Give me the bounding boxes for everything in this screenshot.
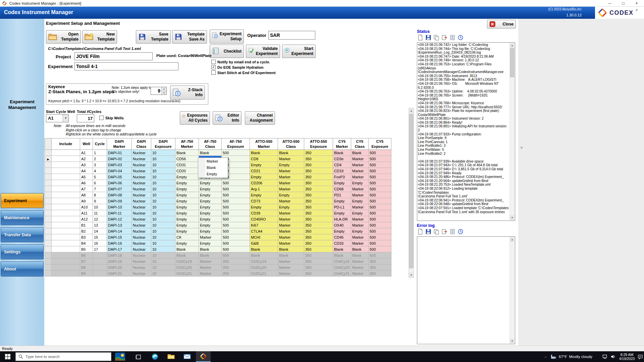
grid-cell[interactable] xyxy=(52,216,80,222)
grid-cell[interactable]: 350 xyxy=(304,180,333,186)
grid-cell[interactable]: Marker xyxy=(278,234,304,240)
grid-cell[interactable] xyxy=(52,252,80,258)
grid-cell[interactable]: 350 xyxy=(304,150,333,156)
grid-cell[interactable]: Marker xyxy=(199,264,222,270)
grid-cell[interactable]: A2 xyxy=(80,156,93,162)
grid-cell[interactable]: Marker xyxy=(351,258,369,264)
grid-cell[interactable] xyxy=(52,246,80,252)
grid-cell[interactable]: 500 xyxy=(222,234,250,240)
grid-cell[interactable]: Empty xyxy=(199,180,222,186)
grid-cell[interactable] xyxy=(52,240,80,246)
grid-cell[interactable]: Empty xyxy=(278,192,304,198)
grid-cell[interactable]: Blank xyxy=(250,252,278,258)
grid-cell[interactable]: Empty xyxy=(175,216,199,222)
start-button[interactable] xyxy=(0,351,15,362)
grid-cell[interactable]: Blank xyxy=(175,246,199,252)
grid-cell[interactable]: Blank xyxy=(278,150,304,156)
grid-cell[interactable]: DAPI-11 xyxy=(107,210,132,216)
save-log-icon[interactable] xyxy=(425,229,432,235)
grid-cell[interactable]: 10 xyxy=(151,228,175,234)
grid-cell[interactable]: 10 xyxy=(93,204,107,210)
scroll-down-icon[interactable]: ▼ xyxy=(409,273,414,278)
grid-cell[interactable] xyxy=(52,150,80,156)
grid-cell[interactable]: A12 xyxy=(80,216,93,222)
grid-cell[interactable]: Marker xyxy=(278,174,304,180)
history-log-icon[interactable] xyxy=(457,35,464,41)
grid-cell[interactable]: Empty xyxy=(199,216,222,222)
grid-cell[interactable]: 350 xyxy=(304,186,333,192)
grid-cell[interactable]: Marker xyxy=(351,216,369,222)
network-icon[interactable] xyxy=(601,351,609,362)
grid-cell[interactable]: 10 xyxy=(151,156,175,162)
grid-cell[interactable]: Empty xyxy=(351,228,369,234)
scroll-up-icon[interactable]: ▲ xyxy=(510,237,515,242)
grid-cell[interactable]: Ch4Cy20 xyxy=(333,264,351,270)
grid-cell[interactable]: Marker xyxy=(278,198,304,204)
grid-row-selector[interactable] xyxy=(45,192,52,198)
grid-cell[interactable]: B4 xyxy=(80,240,93,246)
grid-cell[interactable]: Marker xyxy=(351,240,369,246)
grid-cell[interactable]: 350 xyxy=(304,246,333,252)
grid-cell[interactable]: Empty xyxy=(278,162,304,168)
grid-cell[interactable]: B5 xyxy=(80,246,93,252)
grid-header-cell[interactable]: ATTO-550 Exposure xyxy=(304,138,333,150)
grid-row-selector[interactable] xyxy=(45,168,52,174)
grid-cell[interactable]: 7 xyxy=(93,186,107,192)
grid-cell[interactable]: 350 xyxy=(304,240,333,246)
grid-row-selector[interactable] xyxy=(45,204,52,210)
grid-cell[interactable]: Empty xyxy=(175,240,199,246)
grid-cell[interactable]: 500 xyxy=(222,252,250,258)
grid-cell[interactable]: Empty xyxy=(351,210,369,216)
status-log-scrollbar[interactable]: ▲ ▼ xyxy=(509,43,515,220)
grid-cell[interactable]: Marker xyxy=(278,270,304,277)
scroll-up-icon[interactable]: ▲ xyxy=(510,43,515,48)
grid-cell[interactable]: DAPI-08 xyxy=(107,192,132,198)
grid-cell[interactable] xyxy=(93,258,107,264)
grid-cell[interactable]: Nuclear xyxy=(132,204,151,210)
grid-cell[interactable]: Marker xyxy=(351,168,369,174)
grid-cell[interactable]: Empty xyxy=(250,192,278,198)
grid-row-selector[interactable] xyxy=(45,180,52,186)
grid-cell[interactable]: 10 xyxy=(151,234,175,240)
grid-cell[interactable]: A6 xyxy=(80,180,93,186)
experiment-input[interactable] xyxy=(74,62,178,70)
grid-cell[interactable]: CD39 xyxy=(250,210,278,216)
grid-cell[interactable]: 10 xyxy=(151,216,175,222)
grid-cell[interactable]: Marker xyxy=(278,180,304,186)
grid-cell[interactable]: 10 xyxy=(151,198,175,204)
grid-cell[interactable] xyxy=(52,210,80,216)
project-input[interactable] xyxy=(74,52,153,60)
grid-cell[interactable]: Marker xyxy=(351,234,369,240)
grid-header-cell[interactable]: Cycle xyxy=(93,138,107,150)
grid-cell[interactable]: 350 xyxy=(304,258,333,264)
scroll-down-icon[interactable]: ▼ xyxy=(510,339,515,344)
grid-cell[interactable]: 500 xyxy=(369,168,391,174)
checkbox-box[interactable] xyxy=(211,70,216,75)
grid-cell[interactable]: 500 xyxy=(369,156,391,162)
grid-cell[interactable]: Empty xyxy=(175,228,199,234)
grid-cell[interactable]: CD21 xyxy=(250,168,278,174)
grid-cell[interactable]: Empty xyxy=(333,228,351,234)
grid-cell[interactable]: 350 xyxy=(369,264,391,270)
operator-input[interactable] xyxy=(268,31,315,40)
grid-cell[interactable]: 500 xyxy=(369,246,391,252)
grid-header-cell[interactable]: CY5 Exposure xyxy=(369,138,391,150)
grid-cell[interactable]: 350 xyxy=(304,234,333,240)
grid-cell[interactable]: 350 xyxy=(304,252,333,258)
grid-cell[interactable]: 500 xyxy=(369,204,391,210)
new-log-icon[interactable] xyxy=(417,229,424,235)
grid-cell[interactable]: Marker xyxy=(278,210,304,216)
grid-cell[interactable]: 350 xyxy=(304,216,333,222)
grid-cell[interactable]: DAPI-02 xyxy=(107,156,132,162)
grid-cell[interactable]: 350 xyxy=(369,270,391,277)
grid-cell[interactable]: Marker xyxy=(278,258,304,264)
grid-cell[interactable]: Nuclear xyxy=(132,156,151,162)
editor-info-button[interactable]: Editor Info xyxy=(213,111,241,125)
grid-cell[interactable]: Empty xyxy=(175,192,199,198)
grid-cell[interactable]: Blank xyxy=(250,246,278,252)
grid-cell[interactable]: Blank xyxy=(351,150,369,156)
grid-cell[interactable]: Empty xyxy=(333,180,351,186)
grid-cell[interactable]: Nuclear xyxy=(132,270,151,277)
start-cycle-well-select[interactable]: A1 ▼ xyxy=(46,114,69,122)
grid-cell[interactable]: 16 xyxy=(93,240,107,246)
